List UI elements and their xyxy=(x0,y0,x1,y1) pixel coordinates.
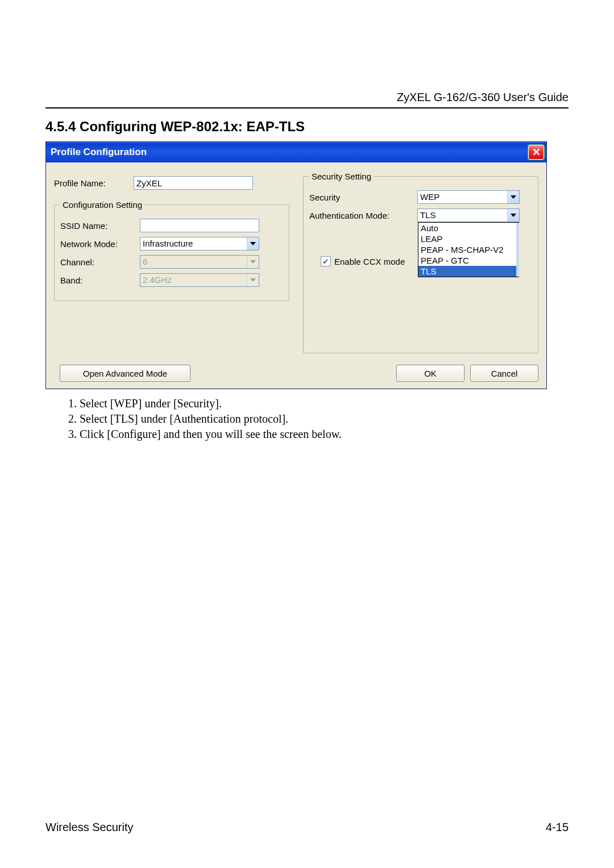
section-heading: 4.5.4 Configuring WEP-802.1x: EAP-TLS xyxy=(45,119,569,135)
band-select: 2.4GHz xyxy=(140,273,259,287)
chevron-down-icon xyxy=(250,242,256,245)
auth-option-leap[interactable]: LEAP xyxy=(418,233,518,244)
chevron-down-icon xyxy=(511,214,516,217)
ok-button[interactable]: OK xyxy=(396,365,464,382)
security-select[interactable]: WEP xyxy=(417,190,520,204)
band-value: 2.4GHz xyxy=(140,274,247,286)
dropdown-icon xyxy=(247,274,259,286)
band-label: Band: xyxy=(60,276,140,285)
instruction-step: Select [WEP] under [Security]. xyxy=(80,397,569,410)
close-button[interactable]: ✕ xyxy=(528,145,544,160)
network-mode-select[interactable]: Infrastructure xyxy=(140,237,259,251)
profile-name-label: Profile Name: xyxy=(54,178,134,188)
chevron-down-icon xyxy=(250,278,256,282)
ssid-name-input[interactable] xyxy=(140,219,259,232)
security-value: WEP xyxy=(418,191,507,203)
instruction-step: Click [Configure] and then you will see … xyxy=(80,428,569,441)
close-icon: ✕ xyxy=(532,146,541,158)
channel-label: Channel: xyxy=(60,257,140,267)
auth-mode-label: Authentication Mode: xyxy=(309,211,417,220)
dialog-title: Profile Configuration xyxy=(51,147,147,158)
open-advanced-mode-button[interactable]: Open Advanced Mode xyxy=(60,365,190,382)
document-header: ZyXEL G-162/G-360 User's Guide xyxy=(45,91,569,108)
channel-select: 6 xyxy=(140,255,259,269)
dropdown-icon xyxy=(247,256,259,268)
enable-ccx-checkbox[interactable]: ✓ xyxy=(321,256,331,266)
auth-option-tls[interactable]: TLS xyxy=(418,266,518,277)
instruction-step: Select [TLS] under [Authentication proto… xyxy=(80,412,569,425)
dialog-body: Profile Name: Configuration Setting SSID… xyxy=(46,162,546,389)
auth-option-auto[interactable]: Auto xyxy=(418,223,518,233)
security-label: Security xyxy=(309,193,417,202)
footer-page-number: 4-15 xyxy=(546,821,569,834)
footer-left: Wireless Security xyxy=(45,821,133,834)
auth-mode-select[interactable]: TLS Auto LEAP PEAP - MS-CHAP-V2 PEAP - G… xyxy=(417,208,520,222)
scrollbar-thumb[interactable] xyxy=(516,223,519,277)
auth-mode-value: TLS xyxy=(418,209,507,222)
chevron-down-icon xyxy=(511,195,516,199)
enable-ccx-label: Enable CCX mode xyxy=(334,257,405,266)
profile-name-input[interactable] xyxy=(134,176,253,190)
auth-option-peap-mschapv2[interactable]: PEAP - MS-CHAP-V2 xyxy=(418,244,518,255)
network-mode-value: Infrastructure xyxy=(140,237,247,250)
auth-option-peap-gtc[interactable]: PEAP - GTC xyxy=(418,255,518,266)
ssid-name-label: SSID Name: xyxy=(60,221,140,231)
security-setting-legend: Security Setting xyxy=(309,172,374,181)
dropdown-icon[interactable] xyxy=(247,237,259,250)
network-mode-label: Network Mode: xyxy=(60,239,140,249)
instruction-list: Select [WEP] under [Security]. Select [T… xyxy=(63,397,569,441)
dropdown-icon[interactable] xyxy=(507,209,519,222)
chevron-down-icon xyxy=(250,260,256,264)
auth-mode-dropdown-list[interactable]: Auto LEAP PEAP - MS-CHAP-V2 PEAP - GTC T… xyxy=(418,222,519,277)
profile-configuration-dialog: Profile Configuration ✕ Profile Name: Co… xyxy=(45,141,547,389)
configuration-setting-legend: Configuration Setting xyxy=(60,200,144,210)
channel-value: 6 xyxy=(140,256,247,268)
dropdown-icon[interactable] xyxy=(507,191,519,203)
titlebar: Profile Configuration ✕ xyxy=(46,142,546,162)
cancel-button[interactable]: Cancel xyxy=(470,365,538,382)
